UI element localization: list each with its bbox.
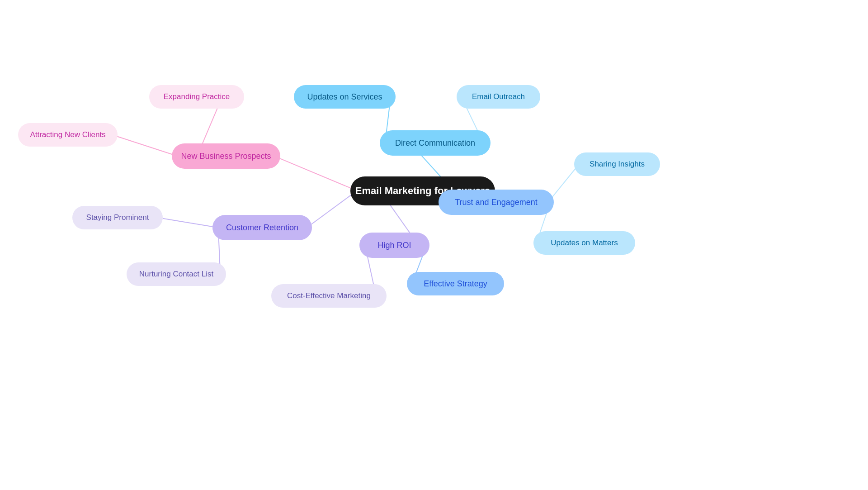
expanding-node: Expanding Practice: [149, 85, 244, 109]
high-roi-label: High ROI: [377, 241, 411, 250]
direct-comm-label: Direct Communication: [395, 138, 475, 148]
staying-label: Staying Prominent: [86, 213, 149, 222]
trust-label: Trust and Engagement: [455, 198, 537, 207]
connection-customer-retention-staying: [163, 219, 212, 227]
sharing-node: Sharing Insights: [574, 152, 660, 176]
high-roi-node: High ROI: [359, 233, 429, 258]
direct-comm-node: Direct Communication: [380, 130, 491, 156]
staying-node: Staying Prominent: [72, 206, 163, 229]
updates-matters-label: Updates on Matters: [551, 238, 618, 247]
new-business-node: New Business Prospects: [172, 143, 280, 169]
updates-services-label: Updates on Services: [307, 92, 382, 102]
connection-center-new-business: [279, 158, 351, 189]
email-outreach-node: Email Outreach: [457, 85, 540, 109]
connection-trust-sharing: [551, 168, 576, 199]
customer-retention-label: Customer Retention: [226, 223, 298, 233]
email-outreach-label: Email Outreach: [472, 92, 525, 101]
connection-center-high-roi: [389, 204, 410, 234]
cost-effective-label: Cost-Effective Marketing: [287, 291, 371, 300]
effective-strategy-node: Effective Strategy: [407, 272, 504, 295]
new-business-label: New Business Prospects: [181, 152, 271, 161]
attracting-label: Attracting New Clients: [30, 130, 105, 139]
attracting-node: Attracting New Clients: [18, 123, 118, 147]
nurturing-label: Nurturing Contact List: [139, 270, 213, 279]
nurturing-node: Nurturing Contact List: [127, 262, 226, 286]
cost-effective-node: Cost-Effective Marketing: [271, 284, 387, 308]
connection-new-business-expanding: [202, 107, 218, 145]
updates-matters-node: Updates on Matters: [533, 231, 635, 255]
trust-node: Trust and Engagement: [439, 190, 554, 215]
connection-new-business-attracting: [117, 136, 172, 154]
expanding-label: Expanding Practice: [164, 92, 230, 101]
customer-retention-node: Customer Retention: [212, 215, 312, 240]
connection-center-customer-retention: [311, 194, 352, 225]
updates-services-node: Updates on Services: [294, 85, 396, 109]
connection-center-direct-comm: [421, 155, 441, 177]
connection-high-roi-cost-effective: [367, 253, 374, 289]
sharing-label: Sharing Insights: [590, 160, 645, 169]
effective-strategy-label: Effective Strategy: [424, 279, 487, 289]
